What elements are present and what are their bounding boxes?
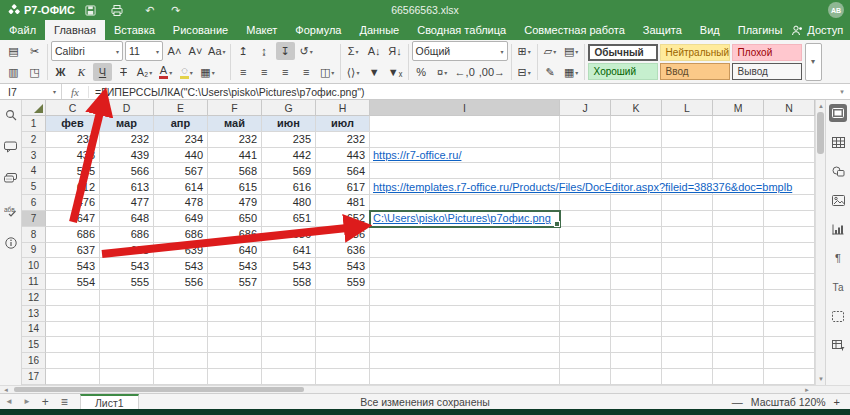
cell-L2[interactable] xyxy=(662,132,713,148)
cell-N10[interactable] xyxy=(764,258,815,274)
cell-L3[interactable] xyxy=(662,148,713,164)
cell-H4[interactable]: 564 xyxy=(316,163,370,179)
merge-cells-button[interactable]: ◫▾ xyxy=(318,63,337,81)
cell-E3[interactable]: 440 xyxy=(154,148,208,164)
cell-L14[interactable] xyxy=(662,322,713,338)
comments-button[interactable] xyxy=(2,138,20,156)
cell-E8[interactable]: 686 xyxy=(154,227,208,243)
cell-D17[interactable] xyxy=(100,369,154,385)
cell-I6[interactable] xyxy=(370,195,560,211)
fill-color-button[interactable]: ◌▾ xyxy=(177,63,196,81)
cell-L16[interactable] xyxy=(662,353,713,369)
cell-F12[interactable] xyxy=(208,290,262,306)
cell-D13[interactable] xyxy=(100,306,154,322)
insert-function-button[interactable]: fx xyxy=(62,86,89,98)
cell-I9[interactable] xyxy=(370,243,560,259)
cell-J1[interactable] xyxy=(560,116,611,132)
cell-H12[interactable] xyxy=(316,290,370,306)
cell-I1[interactable] xyxy=(370,116,560,132)
cell-G9[interactable]: 641 xyxy=(262,243,316,259)
cell-L17[interactable] xyxy=(662,369,713,385)
column-header-e[interactable]: E xyxy=(154,100,208,116)
cell-H7[interactable]: 652 xyxy=(316,211,370,227)
chat-button[interactable] xyxy=(2,170,20,188)
percent-style-button[interactable]: % xyxy=(412,63,431,81)
cell-style-chip[interactable]: Хороший xyxy=(588,63,658,80)
slicer-settings-button[interactable] xyxy=(829,307,847,325)
cell-H17[interactable] xyxy=(316,369,370,385)
strikethrough-button[interactable]: Т xyxy=(114,63,133,81)
cell-style-chip[interactable]: Нейтральный xyxy=(660,44,730,61)
cell-E13[interactable] xyxy=(154,306,208,322)
row-header-4[interactable]: 4 xyxy=(22,163,46,179)
cell-D15[interactable] xyxy=(100,337,154,353)
align-top-button[interactable]: ↥ xyxy=(234,42,253,60)
bold-button[interactable]: Ж xyxy=(51,63,70,81)
sort-ascending-button[interactable]: А↓ xyxy=(365,42,384,60)
cell-settings-button[interactable] xyxy=(829,104,847,122)
cell-G5[interactable]: 616 xyxy=(262,179,316,195)
column-header-m[interactable]: M xyxy=(713,100,764,116)
cell-J13[interactable] xyxy=(560,306,611,322)
clear-button[interactable]: ▱▾ xyxy=(541,42,560,60)
find-button[interactable] xyxy=(2,106,20,124)
decrease-font-button[interactable]: А˅ xyxy=(186,42,205,60)
wrap-text-button[interactable]: ≡ xyxy=(297,63,316,81)
cell-D10[interactable]: 543 xyxy=(100,258,154,274)
row-header-10[interactable]: 10 xyxy=(22,258,46,274)
cell-N1[interactable] xyxy=(764,116,815,132)
column-header-g[interactable]: G xyxy=(262,100,316,116)
cell-styles-more-button[interactable]: ▾ xyxy=(805,43,822,81)
cell-K10[interactable] xyxy=(611,258,662,274)
orientation-button[interactable]: ↺▾ xyxy=(297,42,316,60)
horizontal-scroll-thumb[interactable] xyxy=(14,387,304,392)
select-all-button[interactable]: ◳ xyxy=(25,63,44,81)
expand-formula-bar-button[interactable]: ▾ xyxy=(834,88,850,96)
cell-D3[interactable]: 439 xyxy=(100,148,154,164)
menu-tab-insert[interactable]: Вставка xyxy=(105,20,164,40)
cell-H5[interactable]: 617 xyxy=(316,179,370,195)
cell-F13[interactable] xyxy=(208,306,262,322)
row-header-5[interactable]: 5 xyxy=(22,179,46,195)
menu-tab-collaboration[interactable]: Совместная работа xyxy=(515,20,634,40)
font-name-select[interactable]: Calibri▾ xyxy=(51,41,123,61)
cell-H6[interactable]: 481 xyxy=(316,195,370,211)
cell-K12[interactable] xyxy=(611,290,662,306)
cell-G13[interactable] xyxy=(262,306,316,322)
cell-style-chip[interactable]: Вывод xyxy=(732,63,802,80)
cell-M7[interactable] xyxy=(713,211,764,227)
cell-E7[interactable]: 649 xyxy=(154,211,208,227)
column-header-f[interactable]: F xyxy=(208,100,262,116)
font-color-button[interactable]: А▾ xyxy=(156,63,175,81)
align-middle-button[interactable]: ↨ xyxy=(255,42,274,60)
cell-F4[interactable]: 568 xyxy=(208,163,262,179)
cell-C12[interactable] xyxy=(46,290,100,306)
cell-N9[interactable] xyxy=(764,243,815,259)
autosum-button[interactable]: Σ▾ xyxy=(344,42,363,60)
cell-J9[interactable] xyxy=(560,243,611,259)
cell-C13[interactable] xyxy=(46,306,100,322)
cell-F11[interactable]: 557 xyxy=(208,274,262,290)
cell-style-chip[interactable]: Плохой xyxy=(732,44,802,61)
cell-J14[interactable] xyxy=(560,322,611,338)
cell-H16[interactable] xyxy=(316,353,370,369)
zoom-in-button[interactable]: + xyxy=(834,396,840,408)
format-painter-button[interactable]: ✎ xyxy=(541,63,560,81)
cell-M17[interactable] xyxy=(713,369,764,385)
cell-E9[interactable]: 639 xyxy=(154,243,208,259)
number-format-select[interactable]: Общий▾ xyxy=(412,41,508,61)
cell-D1[interactable]: мар xyxy=(100,116,154,132)
menu-tab-view[interactable]: Вид xyxy=(691,20,729,40)
cell-N2[interactable] xyxy=(764,132,815,148)
cell-L15[interactable] xyxy=(662,337,713,353)
print-button[interactable] xyxy=(111,5,137,16)
column-header-n[interactable]: N xyxy=(764,100,815,116)
cell-F10[interactable]: 543 xyxy=(208,258,262,274)
cell-J11[interactable] xyxy=(560,274,611,290)
cell-F16[interactable] xyxy=(208,353,262,369)
row-header-7[interactable]: 7 xyxy=(22,211,46,227)
cell-G7[interactable]: 651 xyxy=(262,211,316,227)
cell-D4[interactable]: 566 xyxy=(100,163,154,179)
filter-button[interactable]: ▼ xyxy=(365,63,384,81)
previous-sheet-button[interactable]: ◄ xyxy=(0,397,18,406)
